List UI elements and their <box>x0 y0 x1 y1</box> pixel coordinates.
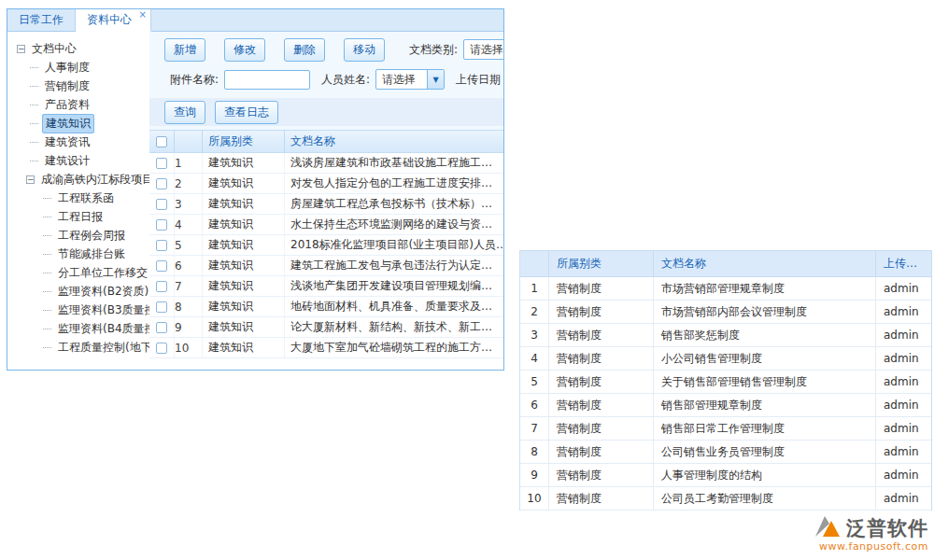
row-number: 3 <box>174 194 202 214</box>
tree-line <box>30 86 38 87</box>
add-button[interactable]: 新增 <box>164 38 205 62</box>
row-number: 1 <box>520 282 548 295</box>
table-row[interactable]: 4 建筑知识 水土保持生态环境监测网络的建设与资… <box>149 215 503 235</box>
table-row[interactable]: 5 营销制度 关于销售部管理销售管理制度 admin <box>520 371 931 394</box>
tree-item-contact-letter[interactable]: 工程联系函 <box>17 189 149 207</box>
row-checkbox[interactable] <box>156 219 167 231</box>
tree-line <box>43 273 51 273</box>
tree-line <box>43 329 51 329</box>
row-doc-name: 公司员工考勤管理制度 <box>653 487 875 510</box>
move-button[interactable]: 移动 <box>344 38 385 62</box>
tree-item-supervision-b3[interactable]: 监理资料(B3质量控制) <box>17 301 149 319</box>
tree-item-construction-news[interactable]: 建筑资讯 <box>17 133 149 151</box>
checkbox-cell <box>149 136 174 147</box>
table-row[interactable]: 1 建筑知识 浅谈房屋建筑和市政基础设施工程施工… <box>149 153 503 174</box>
row-checkbox[interactable] <box>156 240 167 251</box>
row-checkbox[interactable] <box>156 322 167 333</box>
tab-daily-work[interactable]: 日常工作 <box>7 9 76 31</box>
tree-item-marketing[interactable]: 营销制度 <box>17 77 149 95</box>
row-checkbox[interactable] <box>156 343 167 354</box>
table-row[interactable]: 6 营销制度 销售部管理规章制度 admin <box>520 394 931 417</box>
collapse-icon[interactable]: − <box>26 175 35 184</box>
table-row[interactable]: 1 营销制度 市场营销部管理规章制度 admin <box>520 277 931 301</box>
tree-line <box>43 217 51 217</box>
query-button[interactable]: 查询 <box>164 101 205 124</box>
collapse-icon[interactable]: − <box>17 45 25 53</box>
view-log-button[interactable]: 查看日志 <box>215 101 278 124</box>
table-row[interactable]: 3 营销制度 销售部奖惩制度 admin <box>520 324 931 347</box>
row-number: 6 <box>520 399 548 412</box>
tree-item-weekly-meeting[interactable]: 工程例会周报 <box>17 226 149 245</box>
tree-item-product[interactable]: 产品资料 <box>17 95 149 114</box>
row-uploader: admin <box>875 301 931 323</box>
checkbox-cell <box>149 260 174 272</box>
doc-name-column-header: 文档名称 <box>653 251 875 276</box>
checkbox-cell <box>149 301 174 313</box>
number-column-header <box>174 131 202 152</box>
row-checkbox[interactable] <box>156 158 167 169</box>
table-row[interactable]: 8 建筑知识 地砖地面材料、机具准备、质量要求及… <box>149 297 503 317</box>
uploader-column-header: 上传… <box>875 251 931 276</box>
attachment-name-input[interactable] <box>224 70 310 90</box>
row-category: 建筑知识 <box>202 276 284 296</box>
tab-bar: 日常工作 资料中心 × <box>7 9 503 32</box>
tree-item-doc-center[interactable]: − 文档中心 <box>17 39 149 58</box>
doc-name-column-header: 文档名称 <box>284 131 503 152</box>
table-row[interactable]: 4 营销制度 小公司销售管理制度 admin <box>520 347 931 371</box>
tree-item-supervision-b4[interactable]: 监理资料(B4质量控制) <box>17 319 149 338</box>
tree-line <box>43 235 51 236</box>
row-doc-name: 公司销售业务员管理制度 <box>653 441 875 463</box>
row-category: 建筑知识 <box>202 153 284 173</box>
tree-item-energy-ledger[interactable]: 节能减排台账 <box>17 245 149 263</box>
table-row[interactable]: 9 建筑知识 论大厦新材料、新结构、新技术、新工… <box>149 317 503 338</box>
data-center-window: 日常工作 资料中心 × − 文档中心 人事制度 营销制度 产品资料 <box>7 8 504 371</box>
table-row[interactable]: 10 建筑知识 大厦地下室加气砼墙砌筑工程的施工方… <box>149 338 503 358</box>
table-row[interactable]: 2 建筑知识 对发包人指定分包的工程施工进度安排… <box>149 174 503 194</box>
brand-website: www.fanpusoft.com <box>814 540 928 553</box>
row-doc-name: 对发包人指定分包的工程施工进度安排… <box>284 174 503 193</box>
row-checkbox[interactable] <box>156 301 167 313</box>
row-checkbox[interactable] <box>156 199 167 210</box>
table-row[interactable]: 5 建筑知识 2018标准化监理项目部(业主项目部)人员… <box>149 235 503 256</box>
close-icon[interactable]: × <box>139 9 147 21</box>
table-row[interactable]: 8 营销制度 公司销售业务员管理制度 admin <box>520 441 931 464</box>
tree-item-construction-knowledge[interactable]: 建筑知识 <box>17 114 149 133</box>
row-doc-name: 市场营销部管理规章制度 <box>653 277 875 300</box>
tree-item-construction-design[interactable]: 建筑设计 <box>17 151 149 170</box>
chevron-down-icon[interactable]: ▼ <box>427 70 444 89</box>
row-number: 5 <box>520 375 548 388</box>
table-row[interactable]: 6 建筑知识 建筑工程施工发包与承包违法行为认定… <box>149 256 503 276</box>
tree-item-project-root[interactable]: − 成渝高铁内江标段项目 <box>17 170 149 189</box>
tab-data-center[interactable]: 资料中心 × <box>76 9 151 32</box>
table-row[interactable]: 10 营销制度 公司员工考勤管理制度 admin <box>520 487 931 511</box>
row-checkbox[interactable] <box>156 260 167 272</box>
edit-button[interactable]: 修改 <box>224 38 265 62</box>
row-doc-name: 人事管理制度的结构 <box>653 464 875 486</box>
tree-item-quality-basement[interactable]: 工程质量控制(地下室) <box>17 338 149 357</box>
checkbox-cell <box>149 199 174 210</box>
table-row[interactable]: 7 营销制度 销售部日常工作管理制度 admin <box>520 417 931 441</box>
delete-button[interactable]: 删除 <box>284 38 325 62</box>
table-row[interactable]: 9 营销制度 人事管理制度的结构 admin <box>520 464 931 487</box>
fanpu-logo-icon <box>814 514 842 539</box>
tree-item-daily-report[interactable]: 工程日报 <box>17 207 149 226</box>
row-doc-name: 地砖地面材料、机具准备、质量要求及… <box>284 297 503 316</box>
person-name-select[interactable]: 请选择 ▼ <box>375 69 445 90</box>
table-row[interactable]: 7 建筑知识 浅谈地产集团开发建设项目管理规划编… <box>149 276 503 297</box>
tab-data-center-label: 资料中心 <box>87 13 132 26</box>
row-checkbox[interactable] <box>156 178 167 189</box>
row-uploader: admin <box>875 371 931 393</box>
row-number: 9 <box>174 317 202 337</box>
row-doc-name: 论大厦新材料、新结构、新技术、新工… <box>284 317 503 337</box>
table-row[interactable]: 3 建筑知识 房屋建筑工程总承包投标书（技术标）… <box>149 194 503 215</box>
table-row[interactable]: 2 营销制度 市场营销部内部会议管理制度 admin <box>520 301 931 324</box>
doc-category-select[interactable]: 请选择 ▼ <box>463 39 503 60</box>
select-all-checkbox[interactable] <box>156 136 167 147</box>
row-checkbox[interactable] <box>156 281 167 292</box>
row-uploader: admin <box>875 441 931 463</box>
row-doc-name: 销售部管理规章制度 <box>653 394 875 416</box>
tree-item-supervision-b2[interactable]: 监理资料(B2资质) <box>17 282 149 301</box>
tree-item-hr[interactable]: 人事制度 <box>17 58 149 77</box>
row-number: 4 <box>174 215 202 234</box>
tree-item-work-transfer[interactable]: 分工单位工作移交 <box>17 263 149 282</box>
